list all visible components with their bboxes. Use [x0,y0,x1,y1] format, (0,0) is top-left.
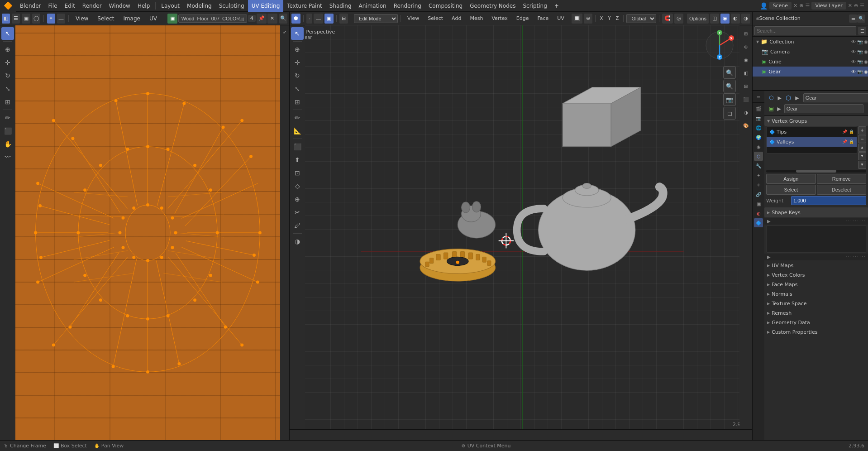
vp-tool-move[interactable]: ✛ [291,56,304,69]
vg-remove-btn[interactable]: − [858,135,866,143]
scene-coll-cam[interactable]: 📷 [857,39,863,44]
outliner-search-btn[interactable]: 🔍 [857,14,865,23]
viewport-canvas[interactable]: ↖ ⊕ ✛ ↻ ⤡ ⊞ ✏ 📐 ⬛ ⬆ ⊡ ◇ ⊕ ✂ 🖊 ◑ [290,25,752,429]
tips-pin[interactable]: 📌 [842,130,847,134]
tree-scene-collection[interactable]: ▼ 📁 Collection 👁 📷 ◉ [753,37,868,47]
uv-tool-cursor[interactable]: ⊕ [1,43,14,56]
select-btn[interactable]: Select [766,185,816,195]
uv-view-menu[interactable]: View [72,13,92,24]
vp-tool-shrinkwrap[interactable]: ◑ [291,235,304,248]
uv-data-icon[interactable]: ▣ [167,14,177,24]
camera-cam[interactable]: 📷 [857,49,863,54]
menu-blender[interactable]: Blender [16,0,45,12]
uv-right-zoom-fit[interactable]: ⤢ [278,25,289,38]
face-maps-header[interactable]: ▶ Face Maps [764,280,868,289]
cube-cam[interactable]: 📷 [857,59,863,64]
menu-edit[interactable]: Edit [61,0,79,12]
uv-mode-btn[interactable]: ◧ [2,14,10,24]
workspace-modeling[interactable]: Modeling [183,0,215,12]
mesh-name-input[interactable] [784,104,863,113]
vp-tool-transform[interactable]: ⊞ [291,96,304,108]
proportional-btn[interactable]: ◎ [674,14,683,24]
prop-tab-world[interactable]: ◉ [754,142,763,151]
geometry-data-header[interactable]: ▶ Geometry Data [764,318,868,327]
viewport-uv-menu[interactable]: UV [553,13,568,24]
cube-render[interactable]: ◉ [864,59,868,64]
weight-input[interactable] [791,196,866,205]
vg-item-tips[interactable]: 🔷 Tips 📌 🔒 [767,127,857,137]
viewport-xray[interactable]: ⊟ [339,14,348,24]
vp-tool-addcube[interactable]: ⬛ [291,140,304,153]
snap-btn[interactable]: 🧲 [662,14,673,24]
prop-tab-material[interactable]: ◐ [754,209,763,218]
viewport-shading-rendered[interactable]: ◑ [741,14,750,24]
gear-eye[interactable]: 👁 [851,69,856,74]
texture-space-header[interactable]: ▶ Texture Space [764,299,868,308]
uv-tool-cube[interactable]: ⬛ [1,125,14,137]
view-layer-label[interactable]: View Layer [811,2,846,10]
camera-render[interactable]: ◉ [864,49,868,54]
prop-tab-objectdata[interactable]: ▣ [754,199,763,208]
scene-name-label[interactable]: Scene [769,2,792,10]
shape-keys-header[interactable]: ▶ Shape Keys [764,207,868,217]
uv-select-mode[interactable]: ✦ [47,14,55,24]
vp-tool-cursor[interactable]: ⊕ [291,43,304,56]
viewport-mesh-menu[interactable]: Mesh [466,13,486,24]
scene-coll-eye[interactable]: 👁 [851,39,856,44]
uv-tool-relax[interactable]: 〰 [1,151,14,163]
uv-icon-btn-3[interactable]: ◯ [32,14,40,24]
assign-btn[interactable]: Assign [766,174,816,184]
viewport-select-menu[interactable]: Select [424,13,447,24]
menu-render[interactable]: Render [79,0,105,12]
uv-tool-grab[interactable]: ✋ [1,138,14,150]
vp-tool-knife[interactable]: ✂ [291,206,304,219]
workspace-geometry-nodes[interactable]: Geometry Nodes [466,0,519,12]
viewport-overlay-btn[interactable]: 🔲 [572,14,582,24]
prop-tab-particles[interactable]: ✦ [754,171,763,180]
prop-tab-viewlayer[interactable]: 🌐 [754,123,763,132]
camera-eye[interactable]: 👁 [851,49,856,54]
viewport-select-edges[interactable]: — [314,14,323,24]
uv-tool-move[interactable]: ✛ [1,56,14,69]
outliner-filter[interactable]: ☰ [849,14,857,23]
viewport-view-menu[interactable]: View [404,13,423,24]
menu-window[interactable]: Window [105,0,134,12]
prop-tab-modifier[interactable]: 🔧 [754,161,763,170]
vg-item-valleys[interactable]: 🔷 Valleys 📌 🔒 [767,137,857,147]
viewport-mode-icon[interactable]: ⬢ [291,14,300,24]
vp-right-tool-6[interactable]: ⬛ [739,93,752,106]
remove-btn[interactable]: Remove [817,174,867,184]
vp-right-tool-4[interactable]: ◧ [739,67,752,79]
uv-select-edge[interactable]: — [57,14,65,24]
viewport-add-menu[interactable]: Add [448,13,465,24]
uv-close-btn[interactable]: ✕ [267,14,277,24]
gear-cam[interactable]: 📷 [857,69,863,74]
scene-coll-render[interactable]: ◉ [864,39,868,44]
transform-orientation[interactable]: Global Local [626,14,656,23]
deselect-btn[interactable]: Deselect [817,185,867,195]
uv-tool-transform[interactable]: ⊞ [1,96,14,108]
viewport-face-menu[interactable]: Face [534,13,552,24]
workspace-sculpting[interactable]: Sculpting [215,0,248,12]
viewport-shading-solid[interactable]: ◉ [720,14,730,24]
uv-pin-btn[interactable]: 📌 [257,14,267,24]
menu-help[interactable]: Help [134,0,153,12]
uv-tool-rotate[interactable]: ↻ [1,69,14,82]
tips-lock[interactable]: 🔒 [849,130,854,134]
custom-props-header[interactable]: ▶ Custom Properties [764,327,868,336]
viewport-shading-material[interactable]: ◐ [731,14,740,24]
workspace-animation[interactable]: Animation [355,0,390,12]
vp-right-tool-7[interactable]: ◑ [739,106,752,119]
valleys-lock[interactable]: 🔒 [849,139,854,144]
workspace-uv-editing[interactable]: UV Editing [248,0,284,12]
prop-tab-physics[interactable]: ⚛ [754,180,763,189]
menu-file[interactable]: File [45,0,61,12]
uv-zoom-btn[interactable]: 🔍 [279,14,287,24]
vp-right-tool-1[interactable]: ⊞ [739,27,752,40]
options-btn[interactable]: Options [687,14,709,24]
viewport-shading-wire[interactable]: ◫ [710,14,719,24]
vp-right-tool-2[interactable]: ⊕ [739,40,752,53]
vg-context-btn[interactable]: ▼ [858,161,866,169]
viewport-select-faces[interactable]: ▣ [324,14,334,24]
uv-uv-menu[interactable]: UV [146,13,161,24]
